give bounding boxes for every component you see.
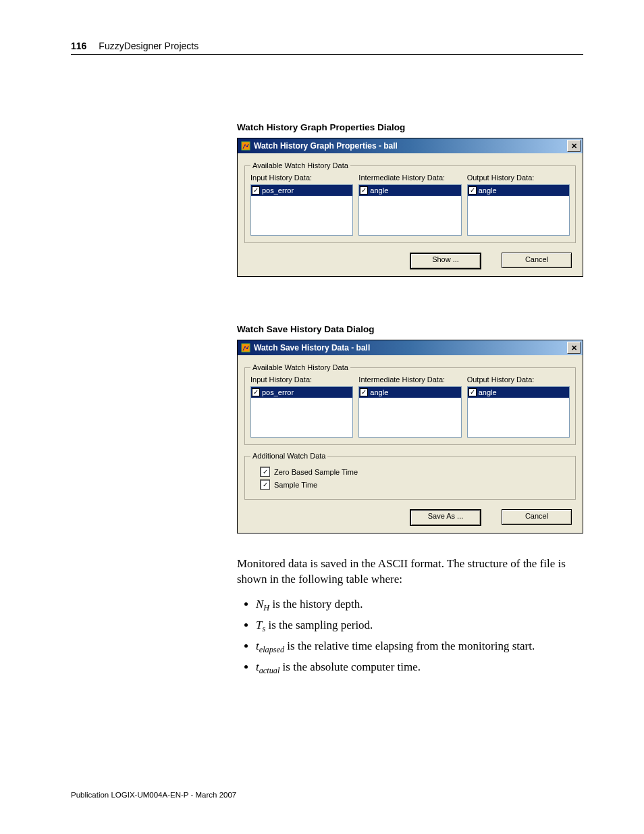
body-text: Monitored data is saved in the ASCII for… (237, 556, 583, 677)
close-icon[interactable]: ✕ (567, 140, 581, 152)
group-available-history: Available Watch History Data Input Histo… (244, 363, 576, 445)
checkbox-icon: ✓ (260, 479, 270, 490)
list-item[interactable]: ✓ angle (359, 387, 460, 398)
checkbox-icon: ✓ (468, 388, 477, 396)
checkbox-icon: ✓ (360, 388, 368, 396)
bullet: telapsed is the relative time elapsing f… (256, 639, 583, 656)
cancel-button[interactable]: Cancel (502, 253, 572, 268)
list-item-label: angle (479, 388, 497, 396)
paragraph: Monitored data is saved in the ASCII for… (237, 556, 583, 588)
save-as-button[interactable]: Save As ... (410, 509, 481, 526)
group-available-history: Available Watch History Data Input Histo… (244, 161, 576, 243)
checkbox-icon: ✓ (260, 467, 270, 477)
checkbox-icon: ✓ (252, 388, 260, 396)
checkbox-zero-based[interactable]: ✓ Zero Based Sample Time (260, 467, 570, 477)
dialog1-heading: Watch History Graph Properties Dialog (237, 122, 583, 132)
chapter-title: FuzzyDesigner Projects (99, 41, 198, 51)
label-intermediate-history: Intermediate History Data: (358, 375, 461, 384)
bullet: tactual is the absolute computer time. (256, 660, 583, 677)
checkbox-label: Zero Based Sample Time (274, 468, 358, 476)
list-item-label: pos_error (262, 186, 294, 194)
list-item[interactable]: ✓ angle (468, 387, 569, 398)
group-label: Available Watch History Data (250, 161, 350, 170)
list-intermediate-history[interactable]: ✓ angle (358, 386, 461, 438)
group-label: Additional Watch Data (250, 452, 327, 460)
dialog2-heading: Watch Save History Data Dialog (237, 324, 583, 334)
checkbox-sample-time[interactable]: ✓ Sample Time (260, 479, 570, 490)
checkbox-icon: ✓ (468, 186, 477, 194)
list-item-label: pos_error (262, 388, 294, 396)
app-icon (240, 342, 251, 353)
page-number: 116 (71, 41, 86, 51)
bullet: Ts is the sampling period. (256, 618, 583, 635)
group-label: Available Watch History Data (250, 363, 350, 371)
list-item[interactable]: ✓ angle (468, 185, 569, 196)
label-input-history: Input History Data: (250, 375, 353, 384)
list-intermediate-history[interactable]: ✓ angle (358, 184, 461, 236)
checkbox-icon: ✓ (252, 186, 260, 194)
cancel-button[interactable]: Cancel (502, 509, 572, 525)
label-output-history: Output History Data: (467, 375, 570, 384)
group-additional-watch: Additional Watch Data ✓ Zero Based Sampl… (244, 452, 576, 500)
label-output-history: Output History Data: (467, 174, 570, 182)
close-icon[interactable]: ✕ (567, 342, 581, 354)
titlebar-text: Watch Save History Data - ball (254, 343, 567, 353)
show-button[interactable]: Show ... (410, 253, 481, 269)
checkbox-label: Sample Time (274, 481, 317, 489)
titlebar: Watch History Graph Properties - ball ✕ (238, 138, 583, 153)
dialog-watch-save-history: Watch Save History Data - ball ✕ Availab… (237, 340, 583, 533)
list-item[interactable]: ✓ pos_error (251, 387, 352, 398)
page-header: 116 FuzzyDesigner Projects (71, 41, 583, 55)
app-icon (240, 140, 251, 151)
list-item[interactable]: ✓ angle (359, 185, 460, 196)
list-input-history[interactable]: ✓ pos_error (250, 386, 353, 438)
list-item[interactable]: ✓ pos_error (251, 185, 352, 196)
footer-publication: Publication LOGIX-UM004A-EN-P - March 20… (71, 791, 236, 799)
label-input-history: Input History Data: (250, 174, 353, 182)
bullet: NH is the history depth. (256, 597, 583, 614)
titlebar-text: Watch History Graph Properties - ball (254, 141, 567, 151)
titlebar: Watch Save History Data - ball ✕ (238, 340, 583, 355)
label-intermediate-history: Intermediate History Data: (358, 174, 461, 182)
list-output-history[interactable]: ✓ angle (467, 184, 570, 236)
dialog-watch-history-graph: Watch History Graph Properties - ball ✕ … (237, 138, 583, 277)
checkbox-icon: ✓ (360, 186, 368, 194)
list-item-label: angle (370, 388, 388, 396)
list-item-label: angle (479, 186, 497, 194)
list-input-history[interactable]: ✓ pos_error (250, 184, 353, 236)
list-item-label: angle (370, 186, 388, 194)
list-output-history[interactable]: ✓ angle (467, 386, 570, 438)
